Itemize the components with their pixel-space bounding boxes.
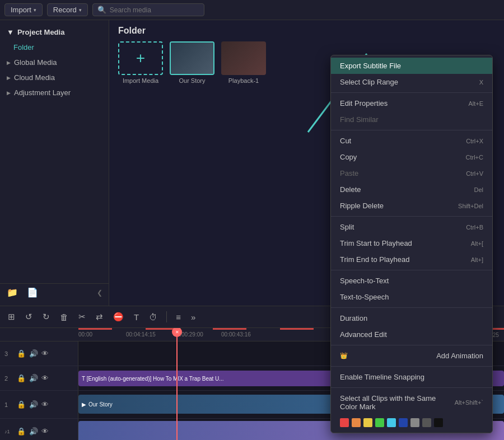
swatch-cyan[interactable]: [387, 418, 396, 427]
color-swatches: [331, 415, 492, 430]
tool-expand-icon[interactable]: »: [189, 310, 198, 324]
ctx-paste-label: Paste: [340, 169, 358, 177]
sidebar-item-folder[interactable]: Folder: [0, 40, 109, 55]
ctx-edit-properties-label: Edit Properties: [340, 99, 388, 107]
tool-separator: [166, 311, 167, 322]
ctx-find-similar-label: Find Similar: [340, 115, 379, 124]
tool-delete-icon[interactable]: 🗑: [58, 310, 71, 324]
track-2-lock-icon[interactable]: 🔒: [17, 374, 26, 382]
ctx-duration[interactable]: Duration: [331, 310, 492, 326]
swatch-red[interactable]: [340, 418, 349, 427]
record-label: Record: [53, 6, 77, 14]
tool-lock-icon[interactable]: ⛔: [111, 310, 126, 324]
video-clip-label: Our Story: [88, 401, 113, 408]
ctx-divider-4: [331, 270, 492, 270]
ctx-split[interactable]: Split Ctrl+B: [331, 219, 492, 235]
tool-cut-icon[interactable]: ✂: [76, 310, 88, 324]
ctx-divider-3: [331, 216, 492, 217]
ctx-divider-8: [331, 387, 492, 388]
track-3-visible-icon[interactable]: 👁: [41, 349, 49, 358]
ctx-select-same-color[interactable]: Select all Clips with the Same Color Mar…: [331, 390, 492, 415]
import-button[interactable]: Import ▾: [4, 3, 43, 16]
ctx-delete[interactable]: Delete Del: [331, 181, 492, 198]
ctx-delete-label: Delete: [340, 185, 361, 194]
tool-menu-icon[interactable]: ≡: [174, 310, 183, 324]
tool-grid-icon[interactable]: ⊞: [6, 310, 17, 324]
ctx-divider-2: [331, 130, 492, 130]
ctx-trim-start-label: Trim Start to Playhead: [340, 239, 412, 247]
track-3-mute-icon[interactable]: 🔊: [29, 349, 38, 358]
swatch-green[interactable]: [375, 418, 384, 427]
ctx-edit-properties[interactable]: Edit Properties Alt+E: [331, 95, 492, 111]
our-story-item[interactable]: Our Story: [170, 41, 214, 84]
playhead[interactable]: ✕: [176, 328, 178, 440]
tool-redo-icon[interactable]: ↻: [40, 310, 52, 324]
ctx-cut[interactable]: Cut Ctrl+X: [331, 133, 492, 149]
ctx-speech-to-text[interactable]: Speech-to-Text: [331, 273, 492, 289]
ctx-trim-end-shortcut: Alt+]: [471, 256, 483, 263]
ctx-enable-snapping[interactable]: Enable Timeline Snapping: [331, 369, 492, 385]
track-2-mute-icon[interactable]: 🔊: [29, 374, 38, 382]
ctx-advanced-edit-label: Advanced Edit: [340, 330, 387, 339]
sidebar-collapse-bottom-icon[interactable]: ❮: [97, 289, 102, 297]
ctx-select-clip-range[interactable]: Select Clip Range X: [331, 74, 492, 90]
ctx-trim-end-label: Trim End to Playhead: [340, 255, 410, 264]
track-2-visible-icon[interactable]: 👁: [41, 374, 49, 382]
sidebar-item-cloud-media[interactable]: ▶ Cloud Media: [0, 70, 109, 85]
adjustment-layer-expand-icon: ▶: [7, 90, 11, 96]
import-media-item[interactable]: + Import Media: [118, 41, 163, 84]
ruler-mark-1: 00:04:14:15: [126, 331, 174, 338]
ctx-export-subtitle[interactable]: Export Subtitle File: [331, 58, 492, 74]
ctx-text-to-speech[interactable]: Text-to-Speech: [331, 289, 492, 305]
playback-item[interactable]: Playback-1: [221, 41, 266, 84]
ctx-split-label: Split: [340, 223, 354, 231]
top-bar: Import ▾ Record ▾ 🔍: [0, 0, 504, 20]
search-input[interactable]: [110, 6, 199, 14]
sidebar-folder-icon[interactable]: 📁: [7, 287, 18, 298]
ctx-advanced-edit[interactable]: Advanced Edit: [331, 326, 492, 343]
track-audio-1-controls: ♪1 🔒 🔊 👁: [0, 419, 78, 440]
ctx-cut-shortcut: Ctrl+X: [466, 138, 483, 144]
track-1-visible-icon[interactable]: 👁: [41, 400, 49, 409]
tool-swap-icon[interactable]: ⇄: [94, 310, 105, 324]
record-button[interactable]: Record ▾: [47, 3, 88, 16]
ctx-trim-start[interactable]: Trim Start to Playhead Alt+[: [331, 235, 492, 251]
sidebar-item-global-media[interactable]: ▶ Global Media: [0, 55, 109, 70]
import-media-thumb[interactable]: +: [118, 41, 163, 75]
track-1-num: 1: [4, 401, 13, 408]
ctx-select-same-color-shortcut: Alt+Shift+`: [455, 399, 483, 406]
tool-undo-icon[interactable]: ↺: [23, 310, 35, 324]
ctx-duration-label: Duration: [340, 314, 367, 322]
playback-video-preview: [221, 41, 266, 75]
track-2-num: 2: [4, 375, 13, 382]
content-area: Folder + Import Media Our Story Playback…: [109, 20, 504, 306]
ctx-divider-5: [331, 307, 492, 308]
video-clip-icon: ▶: [82, 401, 86, 408]
search-bar[interactable]: 🔍: [92, 3, 204, 16]
swatch-black[interactable]: [434, 418, 443, 427]
our-story-thumb[interactable]: [170, 41, 214, 75]
tool-text-icon[interactable]: T: [132, 310, 141, 324]
import-media-label: Import Media: [123, 77, 158, 84]
swatch-gray[interactable]: [410, 418, 419, 427]
track-1-lock-icon[interactable]: 🔒: [17, 400, 26, 409]
sidebar-add-icon[interactable]: 📄: [27, 287, 38, 298]
playback-thumb[interactable]: [221, 41, 266, 75]
track-audio-1-lock-icon[interactable]: 🔒: [17, 427, 26, 436]
ctx-add-animation[interactable]: Add Animation: [331, 348, 492, 364]
sidebar-item-adjustment-layer[interactable]: ▶ Adjustment Layer: [0, 85, 109, 100]
swatch-dark-gray[interactable]: [422, 418, 431, 427]
track-3-lock-icon[interactable]: 🔒: [17, 349, 26, 358]
ctx-trim-end[interactable]: Trim End to Playhead Alt+]: [331, 251, 492, 268]
track-audio-1-visible-icon[interactable]: 👁: [41, 427, 49, 436]
ctx-ripple-delete[interactable]: Ripple Delete Shift+Del: [331, 198, 492, 214]
swatch-blue[interactable]: [399, 418, 408, 427]
swatch-yellow[interactable]: [363, 418, 372, 427]
ctx-copy[interactable]: Copy Ctrl+C: [331, 149, 492, 165]
cloud-media-expand-icon: ▶: [7, 75, 11, 81]
swatch-orange[interactable]: [352, 418, 361, 427]
sidebar-collapse-icon[interactable]: ▼: [7, 28, 14, 36]
track-1-mute-icon[interactable]: 🔊: [29, 400, 38, 409]
track-audio-1-mute-icon[interactable]: 🔊: [29, 427, 38, 436]
tool-timer-icon[interactable]: ⏱: [147, 310, 160, 324]
